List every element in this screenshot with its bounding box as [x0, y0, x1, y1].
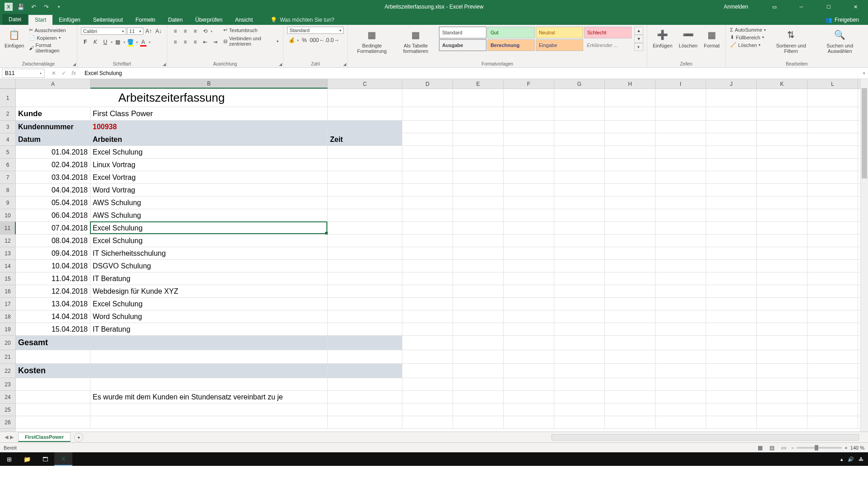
- tab-seitenlayout[interactable]: Seitenlayout: [87, 15, 129, 25]
- cell[interactable]: [453, 364, 504, 378]
- col-header-G[interactable]: G: [554, 79, 605, 89]
- cell[interactable]: [605, 171, 656, 183]
- cell[interactable]: [328, 298, 402, 310]
- cell[interactable]: [16, 378, 90, 390]
- cell[interactable]: Excel Schulung: [90, 298, 328, 310]
- cell[interactable]: [504, 133, 554, 145]
- col-header-C[interactable]: C: [328, 79, 402, 89]
- tab-datei[interactable]: Datei: [2, 14, 28, 25]
- cell[interactable]: Gesamt: [16, 336, 90, 350]
- cell[interactable]: [807, 121, 858, 133]
- decrease-decimal-icon[interactable]: .0→: [330, 36, 339, 45]
- cell[interactable]: [656, 310, 706, 323]
- row-header-21[interactable]: 21: [0, 350, 16, 364]
- row-header-2[interactable]: 2: [0, 107, 16, 121]
- cell[interactable]: [706, 323, 757, 335]
- minimize-button[interactable]: ─: [791, 0, 811, 14]
- decrease-indent-icon[interactable]: ⇤: [201, 38, 210, 47]
- cell[interactable]: 10.04.2018: [16, 260, 90, 272]
- cell[interactable]: [706, 159, 757, 171]
- cell[interactable]: 12.04.2018: [16, 285, 90, 297]
- cell[interactable]: [757, 364, 807, 378]
- cell[interactable]: [706, 391, 757, 403]
- cell[interactable]: [554, 146, 605, 158]
- number-format-combo[interactable]: Standard▾: [287, 27, 344, 34]
- cell[interactable]: Arbeitszeiterfassung: [16, 89, 328, 107]
- cell[interactable]: [757, 89, 807, 107]
- cell[interactable]: Es wurde mit dem Kunden ein Stundensatz …: [90, 391, 328, 403]
- spreadsheet-grid[interactable]: A B C D E F G H I J K L 1234567891011121…: [0, 79, 868, 432]
- col-header-L[interactable]: L: [807, 79, 858, 89]
- cell[interactable]: 05.04.2018: [16, 197, 90, 209]
- cell[interactable]: IT Beratung: [90, 323, 328, 335]
- cell[interactable]: [402, 391, 453, 403]
- cell[interactable]: [706, 404, 757, 416]
- cell[interactable]: [402, 121, 453, 133]
- cell[interactable]: [504, 260, 554, 272]
- cell[interactable]: [807, 404, 858, 416]
- cell[interactable]: [605, 391, 656, 403]
- cell[interactable]: [656, 133, 706, 145]
- cell[interactable]: [656, 159, 706, 171]
- cell[interactable]: [402, 323, 453, 335]
- cell[interactable]: [554, 89, 605, 107]
- cell[interactable]: [605, 260, 656, 272]
- cell[interactable]: [328, 121, 402, 133]
- cell[interactable]: [453, 159, 504, 171]
- cell[interactable]: [807, 298, 858, 310]
- cell[interactable]: [402, 247, 453, 259]
- format-as-table-button[interactable]: ▦ Als Tabelle formatieren: [395, 27, 436, 55]
- ribbon-display-options-icon[interactable]: ▭: [764, 0, 784, 14]
- cell[interactable]: Arbeiten: [90, 133, 328, 145]
- start-button[interactable]: ⊞: [0, 452, 18, 466]
- cell[interactable]: [807, 364, 858, 378]
- alignment-launcher-icon[interactable]: ◢: [279, 62, 282, 66]
- cell[interactable]: [453, 171, 504, 183]
- name-box[interactable]: B11▾: [2, 69, 45, 78]
- cell[interactable]: [453, 310, 504, 323]
- cell[interactable]: [328, 235, 402, 247]
- cell[interactable]: [807, 235, 858, 247]
- cell[interactable]: [807, 247, 858, 259]
- decrease-font-icon[interactable]: A↓: [154, 27, 163, 36]
- cell[interactable]: [706, 285, 757, 297]
- cell[interactable]: [605, 404, 656, 416]
- cell[interactable]: [757, 197, 807, 209]
- cell[interactable]: [656, 222, 706, 234]
- border-button[interactable]: ▦: [113, 38, 123, 47]
- cell[interactable]: [328, 272, 402, 285]
- cell[interactable]: [554, 197, 605, 209]
- cell[interactable]: 02.04.2018: [16, 159, 90, 171]
- italic-button[interactable]: K: [91, 38, 100, 47]
- cell[interactable]: [757, 391, 807, 403]
- cell[interactable]: [554, 285, 605, 297]
- cell[interactable]: [402, 159, 453, 171]
- cell[interactable]: [554, 247, 605, 259]
- cell[interactable]: [402, 222, 453, 234]
- cell[interactable]: [453, 247, 504, 259]
- cell[interactable]: [605, 222, 656, 234]
- cell[interactable]: [328, 89, 402, 107]
- cell[interactable]: 01.04.2018: [16, 146, 90, 158]
- cell[interactable]: [504, 146, 554, 158]
- row-header-5[interactable]: 5: [0, 146, 16, 159]
- cell[interactable]: [757, 184, 807, 196]
- cell[interactable]: [656, 336, 706, 350]
- style-standard[interactable]: Standard: [439, 27, 486, 38]
- style-gut[interactable]: Gut: [487, 27, 535, 38]
- cell[interactable]: [807, 159, 858, 171]
- view-pagebreak-icon[interactable]: ▭: [779, 443, 788, 452]
- cell[interactable]: [453, 260, 504, 272]
- cell[interactable]: [757, 310, 807, 323]
- cell[interactable]: [328, 184, 402, 196]
- cell[interactable]: [554, 323, 605, 335]
- row-header-13[interactable]: 13: [0, 247, 16, 260]
- cell[interactable]: [402, 416, 453, 428]
- cell[interactable]: 100938: [90, 121, 328, 133]
- cell[interactable]: 14.04.2018: [16, 310, 90, 323]
- style-erklaerender[interactable]: Erklärender ...: [584, 39, 632, 51]
- sheet-nav-prev-icon[interactable]: ◀: [5, 434, 8, 440]
- fill-button[interactable]: ⬇Füllbereich▾: [729, 34, 767, 41]
- cell[interactable]: [656, 146, 706, 158]
- zoom-slider[interactable]: [797, 447, 842, 449]
